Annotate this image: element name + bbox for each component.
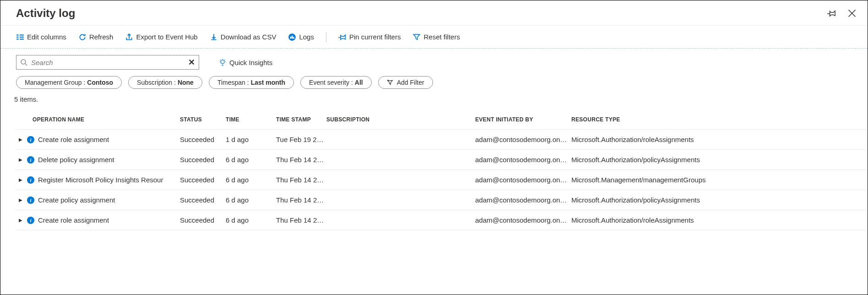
expand-icon[interactable]: ▶: [19, 177, 23, 182]
expand-icon[interactable]: ▶: [19, 218, 23, 223]
col-resource-type[interactable]: Resource type: [571, 116, 727, 123]
page-title: Activity log: [16, 7, 816, 20]
operation-name: Create role assignment: [38, 136, 109, 143]
svg-rect-11: [293, 37, 295, 38]
filter-pill-subscription[interactable]: Subscription : None: [128, 76, 202, 89]
filter-label: Timespan :: [217, 79, 249, 86]
close-icon[interactable]: [847, 9, 857, 18]
svg-rect-4: [16, 38, 19, 39]
pin-icon: [338, 33, 347, 41]
quick-insights-button[interactable]: Quick Insights: [218, 58, 272, 66]
svg-point-14: [221, 60, 224, 64]
svg-rect-9: [290, 36, 292, 38]
table-row[interactable]: ▶iCreate policy assignmentSucceeded6 d a…: [15, 190, 868, 210]
svg-rect-2: [16, 34, 19, 35]
item-count: 5 items.: [0, 95, 868, 109]
pin-icon[interactable]: [827, 9, 836, 18]
col-status[interactable]: Status: [180, 116, 226, 123]
svg-line-19: [220, 60, 221, 60]
svg-rect-10: [292, 35, 293, 38]
svg-line-13: [25, 64, 27, 66]
status-cell: Succeeded: [180, 196, 226, 204]
svg-rect-5: [20, 34, 24, 35]
col-subscription[interactable]: Subscription: [326, 116, 475, 123]
expand-icon[interactable]: ▶: [19, 197, 23, 202]
toolbar-label: Logs: [299, 33, 314, 41]
status-cell: Succeeded: [180, 136, 226, 143]
filter-pill-management-group[interactable]: Management Group : Contoso: [16, 76, 122, 89]
info-icon: i: [27, 156, 34, 164]
info-icon: i: [27, 217, 34, 224]
refresh-button[interactable]: Refresh: [78, 33, 114, 41]
toolbar-label: Pin current filters: [349, 33, 401, 41]
resource-type-cell: Microsoft.Authorization/policyAssignment…: [571, 156, 727, 164]
time-cell: 6 d ago: [226, 196, 276, 204]
svg-rect-3: [16, 36, 19, 37]
logs-button[interactable]: Logs: [288, 33, 314, 41]
table-header: Operation name Status Time Time stamp Su…: [15, 109, 868, 130]
search-box[interactable]: ✕: [16, 55, 199, 70]
operation-name: Create role assignment: [38, 216, 109, 224]
info-icon: i: [27, 136, 34, 143]
quick-insights-label: Quick Insights: [229, 59, 272, 66]
col-timestamp[interactable]: Time stamp: [276, 116, 326, 123]
initiated-by-cell: adam@contosodemoorg.on…: [475, 176, 571, 184]
filter-pill-event-severity[interactable]: Event severity : All: [300, 76, 372, 89]
status-cell: Succeeded: [180, 216, 226, 224]
toolbar-label: Reset filters: [423, 33, 460, 41]
add-filter-icon: [387, 79, 393, 86]
add-filter-button[interactable]: Add Filter: [378, 76, 433, 89]
col-time[interactable]: Time: [226, 116, 276, 123]
timestamp-cell: Thu Feb 14 2…: [276, 216, 326, 224]
download-icon: [210, 33, 218, 41]
initiated-by-cell: adam@contosodemoorg.on…: [475, 136, 571, 143]
col-initiated-by[interactable]: Event initiated by: [475, 116, 571, 123]
activity-log-blade: Activity log Edit columns Refresh: [0, 0, 868, 295]
time-cell: 6 d ago: [226, 176, 276, 184]
filter-reset-icon: [412, 33, 421, 41]
toolbar-label: Refresh: [89, 33, 114, 41]
resource-type-cell: Microsoft.Authorization/policyAssignment…: [571, 196, 727, 204]
resource-type-cell: Microsoft.Authorization/roleAssignments: [571, 216, 727, 224]
timestamp-cell: Thu Feb 14 2…: [276, 196, 326, 204]
timestamp-cell: Thu Feb 14 2…: [276, 156, 326, 164]
refresh-icon: [78, 33, 87, 41]
lightbulb-icon: [218, 58, 227, 66]
export-icon: [125, 33, 133, 41]
toolbar-label: Download as CSV: [221, 33, 277, 41]
table-row[interactable]: ▶iCreate role assignmentSucceeded1 d ago…: [15, 130, 868, 150]
activity-table: Operation name Status Time Time stamp Su…: [15, 109, 868, 230]
download-csv-button[interactable]: Download as CSV: [210, 33, 277, 41]
export-button[interactable]: Export to Event Hub: [125, 33, 197, 41]
columns-icon: [16, 33, 24, 41]
svg-rect-7: [20, 38, 24, 39]
expand-icon[interactable]: ▶: [19, 157, 23, 162]
col-operation[interactable]: Operation name: [15, 116, 180, 123]
filter-pill-timespan[interactable]: Timespan : Last month: [209, 76, 294, 89]
operation-name: Create policy assignment: [38, 196, 115, 204]
toolbar-label: Export to Event Hub: [136, 33, 197, 41]
resource-type-cell: Microsoft.Management/managementGroups: [571, 176, 727, 184]
filter-value: Contoso: [87, 79, 113, 86]
filter-label: Subscription :: [137, 79, 176, 86]
clear-search-icon[interactable]: ✕: [188, 57, 195, 67]
table-row[interactable]: ▶iCreate role assignmentSucceeded6 d ago…: [15, 210, 868, 230]
expand-icon[interactable]: ▶: [19, 137, 23, 142]
info-icon: i: [27, 176, 34, 184]
svg-point-12: [21, 60, 26, 64]
filter-label: Management Group :: [25, 79, 85, 86]
initiated-by-cell: adam@contosodemoorg.on…: [475, 216, 571, 224]
resource-type-cell: Microsoft.Authorization/roleAssignments: [571, 136, 727, 143]
table-row[interactable]: ▶iDelete policy assignmentSucceeded6 d a…: [15, 150, 868, 170]
reset-filters-button[interactable]: Reset filters: [412, 33, 460, 41]
pin-filters-button[interactable]: Pin current filters: [338, 33, 401, 41]
add-filter-label: Add Filter: [397, 79, 424, 86]
edit-columns-button[interactable]: Edit columns: [16, 33, 66, 41]
search-input[interactable]: [30, 58, 188, 67]
filter-value: All: [355, 79, 363, 86]
filter-value: None: [178, 79, 194, 86]
time-cell: 6 d ago: [226, 216, 276, 224]
table-row[interactable]: ▶iRegister Microsoft Policy Insights Res…: [15, 170, 868, 190]
operation-name: Register Microsoft Policy Insights Resou…: [38, 176, 163, 184]
initiated-by-cell: adam@contosodemoorg.on…: [475, 156, 571, 164]
